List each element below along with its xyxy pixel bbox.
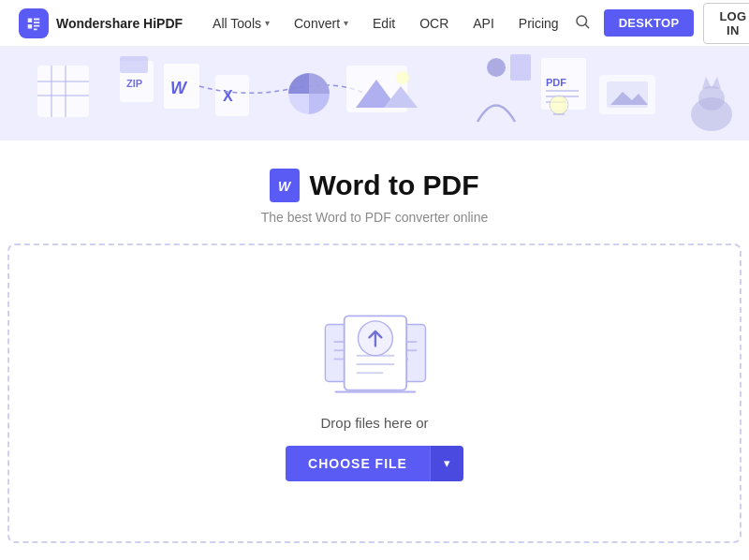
nav-convert[interactable]: Convert ▾ xyxy=(283,10,360,37)
page-subtitle: The best Word to PDF converter online xyxy=(19,210,730,225)
svg-rect-26 xyxy=(510,54,531,81)
word-icon: W xyxy=(270,169,300,202)
logo[interactable]: Wondershare HiPDF xyxy=(19,8,183,38)
search-icon[interactable] xyxy=(570,9,595,37)
hero-banner: ZIP W X PDF xyxy=(0,47,749,140)
upload-illustration xyxy=(318,306,431,400)
navbar: Wondershare HiPDF All Tools ▾ Convert ▾ … xyxy=(0,0,749,47)
svg-text:X: X xyxy=(223,88,233,104)
choose-file-button[interactable]: CHOOSE FILE xyxy=(286,446,430,481)
chevron-down-icon: ▾ xyxy=(444,456,450,470)
nav-ocr[interactable]: OCR xyxy=(408,10,460,37)
svg-point-34 xyxy=(550,96,568,114)
logo-icon xyxy=(19,8,49,38)
svg-rect-10 xyxy=(120,56,148,73)
svg-point-25 xyxy=(487,58,506,77)
nav-api[interactable]: API xyxy=(462,10,506,37)
login-button[interactable]: LOG IN xyxy=(703,3,749,44)
nav-all-tools[interactable]: All Tools ▾ xyxy=(201,10,281,37)
all-tools-chevron-icon: ▾ xyxy=(265,18,270,28)
page-title-wrapper: W Word to PDF xyxy=(19,169,730,202)
svg-line-1 xyxy=(585,24,588,27)
nav-links: All Tools ▾ Convert ▾ Edit OCR API Prici… xyxy=(201,10,570,37)
svg-text:W: W xyxy=(278,179,292,194)
svg-rect-3 xyxy=(37,66,89,117)
svg-text:PDF: PDF xyxy=(546,77,566,88)
brand-name: Wondershare HiPDF xyxy=(56,16,183,31)
svg-point-19 xyxy=(396,71,409,84)
choose-file-dropdown-button[interactable]: ▾ xyxy=(430,446,463,481)
svg-point-0 xyxy=(577,16,587,26)
svg-text:W: W xyxy=(170,79,188,97)
drop-text: Drop files here or xyxy=(320,415,428,431)
svg-text:ZIP: ZIP xyxy=(126,78,142,89)
nav-edit[interactable]: Edit xyxy=(361,10,406,37)
choose-file-row: CHOOSE FILE ▾ xyxy=(286,446,463,481)
desktop-button[interactable]: DESKTOP xyxy=(604,9,695,37)
dropzone[interactable]: Drop files here or CHOOSE FILE ▾ xyxy=(7,243,742,543)
page-title-section: W Word to PDF The best Word to PDF conve… xyxy=(0,140,749,243)
svg-point-31 xyxy=(698,86,725,111)
nav-actions: DESKTOP LOG IN xyxy=(570,3,749,44)
nav-pricing[interactable]: Pricing xyxy=(507,10,570,37)
page-title: Word to PDF xyxy=(309,169,478,201)
banner-decoration: ZIP W X PDF xyxy=(0,47,749,140)
convert-chevron-icon: ▾ xyxy=(344,18,348,28)
